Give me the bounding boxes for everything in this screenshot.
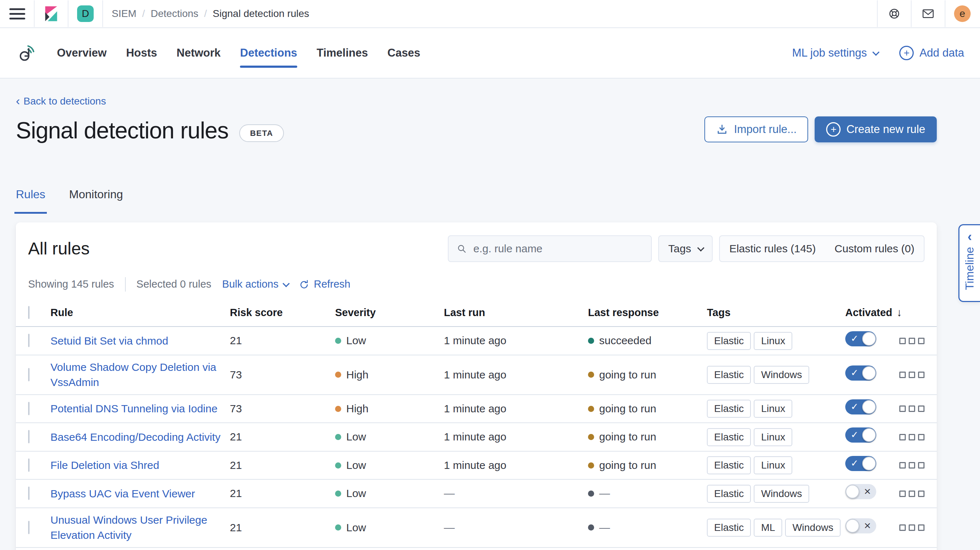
rule-search-box[interactable] <box>448 235 652 262</box>
column-header-risk-score[interactable]: Risk score <box>230 306 335 320</box>
elastic-rules-filter[interactable]: Elastic rules (145) <box>720 241 825 256</box>
last-response-cell: succeeded <box>588 333 707 348</box>
rule-name-link[interactable]: Setuid Bit Set via chmod <box>51 335 168 347</box>
table-row: Volume Shadow Copy Deletion via VssAdmin… <box>16 356 937 395</box>
activated-toggle[interactable]: ✓ <box>845 331 876 346</box>
tab-rules[interactable]: Rules <box>16 187 45 204</box>
tag-badge: Linux <box>754 456 792 474</box>
nav-tab-network[interactable]: Network <box>177 45 221 61</box>
divider <box>911 0 912 27</box>
breadcrumb-item[interactable]: SIEM <box>112 7 136 21</box>
row-checkbox[interactable] <box>28 521 30 534</box>
column-header-tags[interactable]: Tags <box>707 306 845 320</box>
nav-tab-detections[interactable]: Detections <box>240 45 297 61</box>
help-icon[interactable] <box>886 6 902 22</box>
search-input[interactable] <box>473 241 643 257</box>
nav-tab-hosts[interactable]: Hosts <box>126 45 157 61</box>
user-avatar[interactable]: e <box>954 5 970 22</box>
add-data-link[interactable]: + Add data <box>899 45 964 61</box>
table-row: Unusual Windows User Privilege Elevation… <box>16 508 937 548</box>
space-badge[interactable]: D <box>77 5 94 22</box>
bulk-actions-menu[interactable]: Bulk actions <box>222 277 288 291</box>
select-all-checkbox[interactable] <box>28 306 30 319</box>
import-icon <box>716 123 728 136</box>
beta-badge: BETA <box>239 124 284 142</box>
activated-toggle[interactable]: ✓ <box>845 399 876 414</box>
last-response-cell: going to run <box>588 368 707 383</box>
tab-monitoring[interactable]: Monitoring <box>69 187 123 204</box>
severity-cell: Low <box>335 458 444 473</box>
back-to-detections-link[interactable]: ‹ Back to detections <box>16 94 106 108</box>
row-actions-ellipsis-button[interactable] <box>899 524 924 531</box>
row-actions-ellipsis-button[interactable] <box>899 405 924 412</box>
tag-badge: Linux <box>754 428 792 446</box>
toggle-knob <box>846 519 859 533</box>
plus-circle-icon: + <box>899 46 914 60</box>
toggle-knob <box>862 428 876 442</box>
row-actions-ellipsis-button[interactable] <box>899 434 924 440</box>
toggle-knob <box>862 332 876 346</box>
rule-name-link[interactable]: File Deletion via Shred <box>51 459 159 471</box>
mail-icon[interactable] <box>920 6 936 22</box>
response-dot <box>588 434 594 440</box>
rule-name-link[interactable]: Base64 Encoding/Decoding Activity <box>51 431 221 443</box>
risk-score-value: 21 <box>230 520 335 535</box>
severity-cell: High <box>335 368 444 383</box>
activated-toggle[interactable]: ✓ <box>845 456 876 471</box>
chevron-down-icon <box>872 49 880 56</box>
row-checkbox[interactable] <box>28 486 30 500</box>
tag-badge: Elastic <box>707 519 751 537</box>
activated-toggle[interactable]: ✓ <box>845 365 876 381</box>
last-response-cell: going to run <box>588 430 707 445</box>
row-checkbox[interactable] <box>28 334 30 347</box>
column-header-last-run[interactable]: Last run <box>444 306 588 320</box>
nav-tab-overview[interactable]: Overview <box>57 45 107 61</box>
activated-toggle[interactable]: ✓ <box>845 427 876 443</box>
row-actions-ellipsis-button[interactable] <box>899 491 924 497</box>
row-actions-ellipsis-button[interactable] <box>899 371 924 378</box>
row-actions-ellipsis-button[interactable] <box>899 462 924 469</box>
severity-dot <box>335 406 341 412</box>
divider <box>877 0 878 27</box>
ml-job-settings-menu[interactable]: ML job settings <box>792 45 878 61</box>
response-dot <box>588 524 594 531</box>
divider <box>125 277 126 292</box>
rule-name-link[interactable]: Bypass UAC via Event Viewer <box>51 488 195 499</box>
tags-filter-button[interactable]: Tags <box>658 235 713 262</box>
custom-rules-filter[interactable]: Custom rules (0) <box>825 241 924 256</box>
refresh-button[interactable]: Refresh <box>299 277 350 291</box>
all-rules-panel: All rules Tags Elastic rules (145) Custo… <box>16 222 937 550</box>
kibana-logo-icon[interactable] <box>43 6 59 22</box>
activated-toggle[interactable]: × <box>845 518 876 533</box>
nav-tab-timelines[interactable]: Timelines <box>317 45 368 61</box>
row-checkbox[interactable] <box>28 368 30 381</box>
rule-name-link[interactable]: Volume Shadow Copy Deletion via VssAdmin <box>51 361 216 388</box>
chevron-left-icon: ‹ <box>968 230 972 243</box>
last-response-cell: going to run <box>588 402 707 416</box>
siem-app-icon <box>16 43 37 64</box>
column-header-severity[interactable]: Severity <box>335 306 444 320</box>
breadcrumb-item[interactable]: Detections <box>151 7 198 21</box>
row-checkbox[interactable] <box>28 430 30 443</box>
severity-cell: Low <box>335 333 444 348</box>
create-new-rule-button[interactable]: + Create new rule <box>815 116 937 142</box>
tags-cell: ElasticLinux <box>707 456 845 474</box>
menu-hamburger-icon[interactable] <box>10 8 25 19</box>
tag-badge: Elastic <box>707 485 751 503</box>
nav-tab-cases[interactable]: Cases <box>387 45 420 61</box>
row-checkbox[interactable] <box>28 402 30 415</box>
rule-name-link[interactable]: Unusual Windows User Privilege Elevation… <box>51 514 207 541</box>
risk-score-value: 73 <box>230 402 335 416</box>
rule-name-link[interactable]: Potential DNS Tunneling via Iodine <box>51 403 218 414</box>
divider <box>34 0 35 27</box>
row-checkbox[interactable] <box>28 458 30 472</box>
row-actions-ellipsis-button[interactable] <box>899 338 924 344</box>
column-header-last-response[interactable]: Last response <box>588 306 707 320</box>
tag-badge: Elastic <box>707 366 751 384</box>
timeline-flyout-toggle[interactable]: ‹ Timeline <box>958 224 980 302</box>
column-header-rule[interactable]: Rule <box>51 306 230 320</box>
column-header-activated[interactable]: Activated↓ <box>845 305 902 320</box>
import-rule-button[interactable]: Import rule... <box>705 116 808 142</box>
activated-toggle[interactable]: × <box>845 484 876 499</box>
last-run-value: 1 minute ago <box>444 333 588 348</box>
